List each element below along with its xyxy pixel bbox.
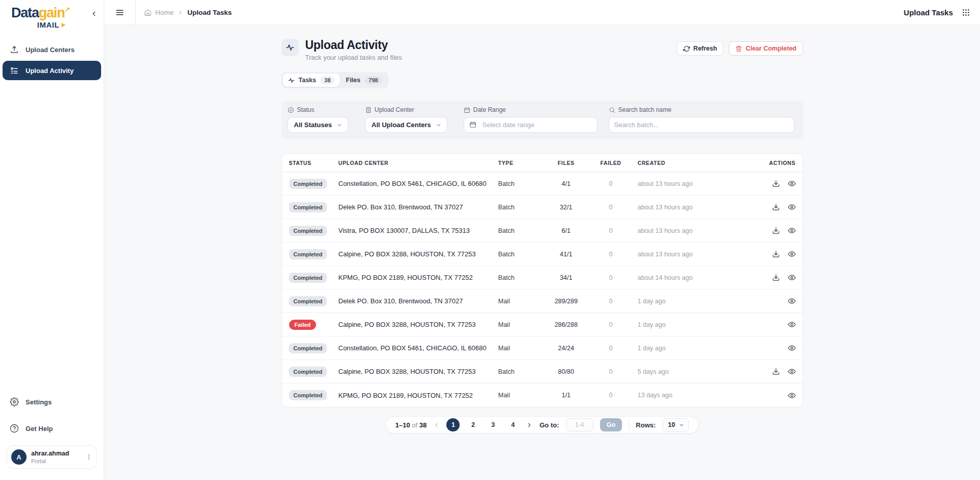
next-page-button[interactable]	[526, 422, 533, 428]
topbar-title: Upload Tasks	[904, 8, 953, 17]
user-name: ahrar.ahmad	[31, 450, 69, 457]
view-button[interactable]	[788, 203, 796, 211]
page-button-4[interactable]: 4	[506, 418, 519, 431]
view-button[interactable]	[788, 297, 796, 305]
page-title: Upload Activity	[305, 39, 402, 52]
pagination-divider	[629, 420, 629, 430]
pagination-range: 1–10 of 38	[395, 421, 426, 429]
search-batch-input[interactable]	[609, 117, 795, 133]
table-row[interactable]: Completed Delek PO. Box 310, Brentwood, …	[282, 196, 803, 219]
sidebar-item-settings[interactable]: Settings	[3, 392, 101, 412]
cell-failed: 0	[584, 274, 638, 281]
view-button[interactable]	[788, 227, 796, 234]
breadcrumb-home[interactable]: Home	[144, 9, 174, 16]
app-root: Datagain↗ IMAIL Upload Centers Upload Ac…	[0, 0, 980, 480]
goto-page-input[interactable]	[566, 418, 593, 431]
cell-type: Batch	[498, 274, 548, 281]
refresh-icon	[683, 45, 690, 52]
table-row[interactable]: Failed Calpine, PO BOX 3288, HOUSTON, TX…	[282, 313, 803, 337]
download-button[interactable]	[772, 250, 780, 258]
table-row[interactable]: Completed Calpine, PO BOX 3288, HOUSTON,…	[282, 360, 803, 383]
view-button[interactable]	[788, 180, 796, 187]
download-button[interactable]	[772, 368, 780, 375]
view-button[interactable]	[788, 321, 796, 328]
cell-created: about 13 hours ago	[638, 204, 750, 211]
apps-launcher-button[interactable]	[962, 8, 970, 17]
tasks-count-badge: 38	[320, 76, 334, 84]
status-badge: Completed	[289, 226, 327, 236]
table-row[interactable]: Completed KPMG, PO BOX 2189, HOUSTON, TX…	[282, 383, 803, 407]
eye-icon	[788, 321, 796, 328]
refresh-button[interactable]: Refresh	[677, 41, 724, 56]
cell-files: 32/1	[548, 204, 584, 211]
brand-logo: Datagain↗ IMAIL	[11, 6, 69, 29]
table-row[interactable]: Completed Constellation, PO BOX 5461, CH…	[282, 172, 803, 196]
view-button[interactable]	[788, 250, 796, 258]
page-button-2[interactable]: 2	[466, 418, 480, 431]
cell-files: 4/1	[548, 180, 584, 187]
files-count-badge: 798	[365, 76, 382, 84]
download-button[interactable]	[772, 203, 780, 211]
sidebar-item-get-help[interactable]: Get Help	[3, 419, 101, 438]
eye-icon	[788, 297, 796, 305]
go-button[interactable]: Go	[600, 418, 622, 431]
topbar: Home Upload Tasks Upload Tasks	[104, 0, 980, 25]
cell-upload-center: Calpine, PO BOX 3288, HOUSTON, TX 77253	[339, 321, 498, 328]
col-files: FILES	[548, 160, 584, 166]
download-icon	[772, 227, 780, 234]
filter-upload-center: Upload Center All Upload Centers	[365, 106, 464, 133]
table-row[interactable]: Completed KPMG, PO BOX 2189, HOUSTON, TX…	[282, 266, 803, 290]
sidebar-item-upload-activity[interactable]: Upload Activity	[3, 61, 101, 80]
home-icon	[144, 9, 152, 16]
download-button[interactable]	[772, 227, 780, 234]
cell-type: Batch	[498, 227, 548, 234]
cell-type: Mail	[498, 345, 548, 352]
cell-failed: 0	[584, 227, 638, 234]
cell-files: 34/1	[548, 274, 584, 281]
sidebar: Datagain↗ IMAIL Upload Centers Upload Ac…	[0, 0, 104, 480]
sidebar-item-upload-centers[interactable]: Upload Centers	[3, 40, 101, 59]
view-button[interactable]	[788, 274, 796, 281]
user-card[interactable]: A ahrar.ahmad Portal	[7, 445, 97, 469]
cell-upload-center: Constellation, PO BOX 5461, CHICAGO, IL …	[339, 344, 498, 352]
hamburger-icon	[115, 8, 124, 17]
cell-created: 1 day ago	[638, 298, 750, 305]
rows-label: Rows:	[636, 421, 656, 429]
page-button-1[interactable]: 1	[446, 418, 460, 431]
menu-toggle-button[interactable]	[104, 8, 135, 17]
chevron-down-icon	[337, 122, 343, 128]
table-row[interactable]: Completed Calpine, PO BOX 3288, HOUSTON,…	[282, 243, 803, 266]
upload-center-select[interactable]: All Upload Centers	[365, 117, 447, 133]
cell-type: Batch	[498, 204, 548, 211]
prev-page-button[interactable]	[433, 422, 440, 428]
clear-completed-button[interactable]: Clear Completed	[729, 41, 803, 56]
cell-upload-center: KPMG, PO BOX 2189, HOUSTON, TX 77252	[339, 392, 498, 399]
status-select[interactable]: All Statuses	[288, 117, 348, 133]
sidebar-item-label: Upload Activity	[26, 67, 74, 75]
tab-files[interactable]: Files 798	[341, 74, 387, 87]
cell-type: Batch	[498, 180, 548, 187]
brand-name-part2: gain	[39, 5, 65, 20]
view-button[interactable]	[788, 368, 796, 375]
date-range-input[interactable]	[464, 117, 597, 133]
view-button[interactable]	[788, 344, 796, 352]
download-button[interactable]	[772, 274, 780, 281]
status-badge: Completed	[289, 249, 327, 259]
cell-files: 80/80	[548, 368, 584, 375]
user-menu-button[interactable]	[85, 453, 92, 461]
rows-per-page-select[interactable]: 10	[662, 418, 689, 432]
cell-failed: 0	[584, 251, 638, 258]
breadcrumb-current: Upload Tasks	[187, 9, 232, 16]
view-button[interactable]	[788, 392, 796, 399]
upload-icon	[10, 45, 19, 54]
table-row[interactable]: Completed Vistra, PO BOX 130007, DALLAS,…	[282, 219, 803, 243]
cell-created: 5 days ago	[638, 368, 750, 375]
sidebar-collapse-button[interactable]	[90, 10, 98, 17]
tab-tasks[interactable]: Tasks 38	[283, 74, 340, 87]
download-button[interactable]	[772, 180, 780, 187]
page-button-3[interactable]: 3	[486, 418, 499, 431]
table-row[interactable]: Completed Constellation, PO BOX 5461, CH…	[282, 337, 803, 360]
building-icon	[365, 107, 372, 113]
brand-arrow: ↗	[64, 6, 69, 13]
table-row[interactable]: Completed Delek PO. Box 310, Brentwood, …	[282, 290, 803, 313]
